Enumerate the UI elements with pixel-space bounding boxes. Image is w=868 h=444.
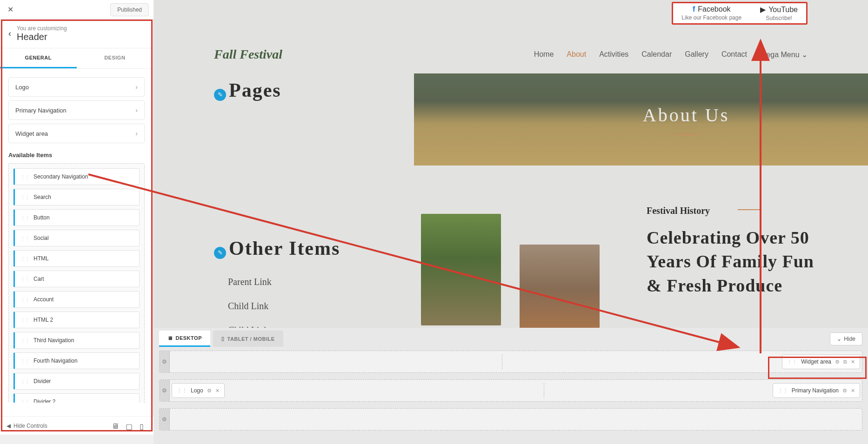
social-subtitle: Like our Facebook page — [681, 14, 741, 21]
close-icon[interactable]: ✕ — [5, 5, 16, 14]
available-search[interactable]: ⋮⋮Search — [13, 189, 140, 205]
nav-mega-menu[interactable]: Mega Menu ⌄ — [760, 50, 808, 59]
available-html[interactable]: ⋮⋮HTML — [13, 250, 140, 267]
gear-icon[interactable]: ⚙ — [835, 359, 840, 365]
nav-calendar[interactable]: Calendar — [641, 50, 672, 59]
gear-icon[interactable]: ⚙ — [160, 409, 170, 430]
mobile-icon[interactable]: ▯ — [140, 422, 147, 430]
drag-handle-icon: ⋮⋮ — [177, 388, 187, 394]
header-builder: 🖥DESKTOP ▯TABLET / MOBILE ⌄Hide ⚙ ⋮⋮ Wid… — [154, 328, 868, 444]
pill-label: Logo — [191, 387, 203, 394]
close-icon[interactable]: ✕ — [851, 388, 855, 394]
pill-primary-navigation[interactable]: ⋮⋮ Primary Navigation ⚙ ✕ — [773, 383, 860, 398]
sidebar-tabs: GENERAL DESIGN — [0, 48, 153, 69]
tablet-icon[interactable]: ▢ — [126, 422, 133, 430]
available-social[interactable]: ⋮⋮Social — [13, 230, 140, 246]
item-label: Cart — [33, 276, 44, 282]
tab-design[interactable]: DESIGN — [77, 48, 154, 68]
other-items-section: ✎Other Items — [214, 237, 340, 259]
link-list: Parent Link Child Link Child Link — [228, 270, 272, 328]
drag-handle-icon: ⋮⋮ — [20, 338, 30, 343]
nav-contact[interactable]: Contact — [721, 50, 747, 59]
available-html-2[interactable]: ⋮⋮HTML 2 — [13, 311, 140, 328]
tab-general[interactable]: GENERAL — [0, 48, 77, 68]
chevron-right-icon: › — [135, 83, 138, 91]
drag-handle-icon: ⋮⋮ — [20, 277, 30, 282]
hero-title: About Us — [643, 104, 729, 126]
close-icon[interactable]: ✕ — [851, 359, 855, 365]
close-icon[interactable]: ✕ — [215, 388, 220, 394]
gear-icon[interactable]: ⚙ — [207, 388, 212, 394]
available-secondary-navigation[interactable]: ⋮⋮Secondary Navigation — [13, 168, 140, 185]
item-logo[interactable]: Logo › — [8, 77, 145, 97]
back-icon[interactable]: ‹ — [8, 29, 11, 39]
social-widget-bar: fFacebook Like our Facebook page ▶YouTub… — [672, 2, 808, 25]
available-cart[interactable]: ⋮⋮Cart — [13, 271, 140, 287]
gear-icon[interactable]: ⚙ — [160, 351, 170, 372]
builder-row-bottom[interactable]: ⚙ — [159, 408, 862, 431]
item-label: HTML — [33, 255, 49, 262]
item-label: Third Navigation — [33, 337, 74, 344]
sidebar-footer: ◀ Hide Controls 🖥 ▢ ▯ — [0, 416, 154, 435]
chevron-right-icon: › — [135, 130, 138, 137]
child-link[interactable]: Child Link — [228, 318, 272, 328]
item-label: Button — [33, 214, 50, 221]
youtube-widget[interactable]: ▶YouTube Subscribe! — [760, 5, 798, 21]
item-label: Social — [33, 235, 49, 241]
nav-about[interactable]: About — [567, 50, 586, 59]
section-title: Header — [17, 32, 67, 42]
builder-tab-tablet[interactable]: ▯TABLET / MOBILE — [213, 331, 283, 347]
drag-handle-icon: ⋮⋮ — [20, 215, 30, 220]
publish-status-button[interactable]: Published — [110, 3, 149, 16]
available-button[interactable]: ⋮⋮Button — [13, 209, 140, 226]
available-divider-2[interactable]: ⋮⋮Divider 2 — [13, 393, 140, 403]
pill-widget-area[interactable]: ⋮⋮ Widget area ⚙ ⧉ ✕ — [782, 354, 860, 369]
drag-handle-icon: ⋮⋮ — [20, 195, 30, 200]
hero-divider — [674, 134, 698, 135]
builder-row-main[interactable]: ⚙ ⋮⋮ Logo ⚙ ✕ ⋮⋮ Primary Navigation ⚙ ✕ — [159, 379, 862, 402]
nav-activities[interactable]: Activities — [599, 50, 628, 59]
builder-row-top[interactable]: ⚙ ⋮⋮ Widget area ⚙ ⧉ ✕ — [159, 351, 862, 373]
hero-banner: About Us — [414, 73, 868, 166]
available-fourth-navigation[interactable]: ⋮⋮Fourth Navigation — [13, 352, 140, 369]
festival-label: Festival History — [647, 205, 710, 217]
gear-icon[interactable]: ⚙ — [842, 388, 847, 394]
pages-section: ✎Pages — [214, 79, 281, 101]
item-widget-area[interactable]: Widget area › — [8, 124, 145, 143]
builder-tab-desktop[interactable]: 🖥DESKTOP — [159, 331, 210, 347]
other-heading: Other Items — [229, 238, 340, 259]
site-logo[interactable]: Fall Festival — [214, 47, 282, 62]
nav-home[interactable]: Home — [534, 50, 554, 59]
content-image — [421, 214, 501, 325]
item-label: Logo — [15, 84, 29, 91]
item-label: Divider 2 — [33, 398, 55, 403]
available-third-navigation[interactable]: ⋮⋮Third Navigation — [13, 332, 140, 349]
drag-handle-icon: ⋮⋮ — [20, 358, 30, 364]
nav-gallery[interactable]: Gallery — [685, 50, 708, 59]
available-account[interactable]: ⋮⋮Account — [13, 291, 140, 308]
parent-link[interactable]: Parent Link — [228, 270, 272, 294]
edit-icon[interactable]: ✎ — [214, 247, 226, 259]
desktop-icon[interactable]: 🖥 — [112, 422, 119, 430]
item-label: Widget area — [15, 130, 48, 137]
item-primary-navigation[interactable]: Primary Navigation › — [8, 100, 145, 120]
collapse-icon: ◀ — [7, 423, 11, 429]
hide-builder-button[interactable]: ⌄Hide — [830, 332, 862, 345]
child-link[interactable]: Child Link — [228, 294, 272, 318]
available-divider[interactable]: ⋮⋮Divider — [13, 373, 140, 390]
chevron-right-icon: › — [135, 106, 138, 114]
available-items-label: Available Items — [8, 152, 145, 159]
youtube-icon: ▶ — [760, 5, 766, 14]
hide-controls-button[interactable]: ◀ Hide Controls — [7, 423, 47, 429]
pill-logo[interactable]: ⋮⋮ Logo ⚙ ✕ — [172, 383, 225, 398]
duplicate-icon[interactable]: ⧉ — [843, 359, 847, 365]
content-images — [421, 214, 600, 328]
gear-icon[interactable]: ⚙ — [160, 380, 170, 401]
festival-heading: Celebrating Over 50 Years Of Family Fun … — [647, 226, 828, 298]
edit-icon[interactable]: ✎ — [214, 89, 226, 101]
drag-handle-icon: ⋮⋮ — [787, 359, 797, 365]
facebook-widget[interactable]: fFacebook Like our Facebook page — [681, 5, 741, 21]
site-header: Fall Festival Home About Activities Cale… — [214, 41, 808, 68]
hide-controls-label: Hide Controls — [13, 423, 47, 429]
pill-label: Widget area — [801, 358, 831, 365]
